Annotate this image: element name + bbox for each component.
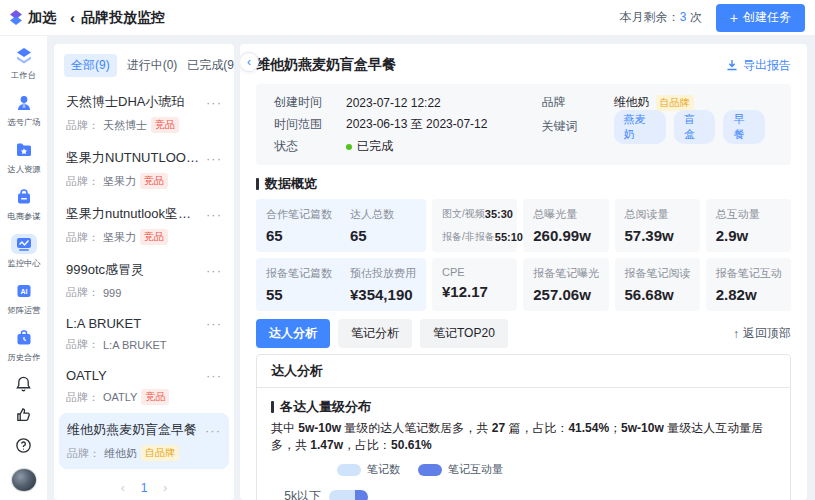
next-page-icon[interactable]: › [163, 481, 167, 495]
analysis-tabs: 达人分析 笔记分析 笔记TOP20 ↑返回顶部 [256, 319, 791, 348]
overview-section-header: 数据概览 [256, 175, 791, 193]
keyword-tag: 燕麦奶 [614, 110, 666, 144]
export-report-button[interactable]: 导出报告 [726, 57, 791, 74]
keyword-tag: 早餐 [723, 110, 765, 144]
collapse-panel-icon[interactable]: ‹ [240, 52, 259, 72]
task-item[interactable]: OATLY··· 品牌：OATLY竞品 [54, 360, 234, 413]
more-icon[interactable]: ··· [201, 423, 221, 438]
task-item[interactable]: L:A BRUKET··· 品牌：L:A BRUKET [54, 308, 234, 360]
own-brand-badge: 自品牌 [141, 445, 179, 461]
notification-bell-icon[interactable] [15, 375, 32, 392]
top-bar: 加选 ‹ 品牌投放监控 本月剩余：3 次 + 创建任务 [0, 0, 815, 36]
back-to-top-button[interactable]: ↑返回顶部 [733, 325, 791, 342]
task-info-box: 创建时间2023-07-12 12:22 时间范围2023-06-13 至 20… [256, 84, 791, 165]
time-range: 2023-06-13 至 2023-07-12 [346, 116, 487, 133]
distribution-summary: 其中 5w-10w 量级的达人笔记数居多，共 27 篇，占比：41.54%；5w… [271, 420, 776, 454]
page-title: 品牌投放监控 [81, 9, 165, 27]
monitor-center-icon [11, 234, 37, 254]
stat-card: 总曝光量260.99w [523, 199, 608, 252]
task-item-selected[interactable]: 维他奶燕麦奶盲盒早餐··· 品牌：维他奶自品牌 [59, 413, 229, 469]
stat-card: 报备笔记阅读56.68w [615, 258, 700, 311]
svg-text:AI: AI [20, 288, 27, 295]
sidebar-item-workbench[interactable]: 工作台 [10, 46, 37, 82]
task-item[interactable]: 坚果力NUTNUTLOOK坚果力...··· 品牌：坚果力竞品 [54, 141, 234, 197]
stat-card-ratio: 图文/视频35:30 报备/非报备55:10 [432, 199, 517, 252]
user-avatar[interactable] [11, 468, 37, 492]
notes-bar [329, 490, 355, 500]
sidebar-item-ecommerce-advisor[interactable]: 电商参谋 [6, 187, 42, 223]
more-icon[interactable]: ··· [202, 95, 222, 110]
sidebar-item-history-cooperation[interactable]: 历史合作 [6, 328, 42, 364]
talent-level-bar-chart: 5k以下 5k-1w 1w-5w [271, 485, 776, 500]
stat-card: 总阅读量57.39w [615, 199, 700, 252]
sidebar: 工作台 选号广场 达人资源 电商参谋 监控中心 AI 矩阵运营 历史合作 [0, 36, 48, 500]
logo-icon [8, 10, 24, 26]
distribution-section-header: 各达人量级分布 [271, 398, 776, 416]
more-icon[interactable]: ··· [202, 316, 222, 331]
stat-card: 合作笔记篇数65 达人总数65 [256, 199, 426, 252]
back-chevron-icon[interactable]: ‹ [70, 9, 75, 26]
task-list-tabs: 全部(9) 进行中(0) 已完成(9) [54, 44, 234, 85]
help-icon[interactable] [15, 437, 32, 454]
app-logo[interactable]: 加选 [0, 9, 56, 27]
task-item[interactable]: 天然博士DHA小琥珀··· 品牌：天然博士竞品 [54, 85, 234, 141]
workbench-icon [11, 46, 37, 66]
stat-card: 报备笔记曝光257.06w [523, 258, 608, 311]
legend-notes-swatch [337, 464, 361, 476]
prev-page-icon[interactable]: ‹ [121, 481, 125, 495]
task-title: 维他奶燕麦奶盲盒早餐 [256, 56, 396, 74]
ecommerce-advisor-icon [11, 187, 37, 207]
tab-in-progress[interactable]: 进行中(0) [127, 57, 178, 74]
stat-card: CPE¥12.17 [432, 258, 517, 311]
stat-card: 报备笔记互动2.82w [706, 258, 791, 311]
chart-row: 5k以下 [271, 485, 776, 500]
stats-row-1: 合作笔记篇数65 达人总数65 图文/视频35:30 报备/非报备55:10 总… [256, 199, 791, 252]
interaction-bar [355, 490, 368, 500]
analysis-card-title: 达人分析 [257, 355, 790, 388]
tab-note-analysis[interactable]: 笔记分析 [338, 319, 412, 348]
sidebar-item-selection-plaza[interactable]: 选号广场 [6, 93, 42, 129]
stats-row-2: 报备笔记篇数55 预估投放费用¥354,190 CPE¥12.17 报备笔记曝光… [256, 258, 791, 311]
sidebar-item-talent-resource[interactable]: 达人资源 [6, 140, 42, 176]
more-icon[interactable]: ··· [202, 151, 222, 166]
stat-card: 报备笔记篇数55 预估投放费用¥354,190 [256, 258, 426, 311]
legend-interaction-swatch [418, 464, 442, 476]
selection-plaza-icon [11, 93, 37, 113]
sidebar-item-monitor-center[interactable]: 监控中心 [6, 234, 42, 270]
more-icon[interactable]: ··· [202, 263, 222, 278]
pagination: ‹ 1 › [54, 469, 234, 500]
created-time: 2023-07-12 12:22 [346, 96, 441, 110]
status-badge: 已完成 [346, 138, 393, 155]
brand-name: 维他奶 [614, 94, 650, 111]
logo-text: 加选 [28, 9, 56, 27]
download-icon [726, 59, 738, 71]
competitor-badge: 竞品 [140, 173, 168, 189]
competitor-badge: 竞品 [140, 229, 168, 245]
matrix-ai-icon: AI [11, 281, 37, 301]
detail-panel: ‹ 维他奶燕麦奶盲盒早餐 导出报告 创建时间2023-07-12 12:22 时… [240, 44, 807, 500]
talent-analysis-card: 达人分析 各达人量级分布 其中 5w-10w 量级的达人笔记数居多，共 27 篇… [256, 354, 791, 500]
tab-completed[interactable]: 已完成(9) [187, 57, 234, 74]
monthly-quota: 本月剩余：3 次 [620, 9, 702, 26]
tab-all[interactable]: 全部(9) [64, 54, 117, 77]
more-icon[interactable]: ··· [202, 368, 222, 383]
competitor-badge: 竞品 [151, 117, 179, 133]
tab-talent-analysis[interactable]: 达人分析 [256, 319, 330, 348]
page-number[interactable]: 1 [141, 481, 148, 495]
chart-legend: 笔记数 笔记互动量 [337, 462, 776, 477]
breadcrumb: ‹ 品牌投放监控 [70, 9, 165, 27]
stat-card: 总互动量2.9w [706, 199, 791, 252]
talent-resource-icon [11, 140, 37, 160]
create-task-button[interactable]: + 创建任务 [716, 4, 805, 32]
history-coop-icon [11, 328, 37, 348]
task-item[interactable]: 999otc感冒灵··· 品牌：999 [54, 253, 234, 308]
plus-icon: + [730, 11, 738, 25]
task-list-panel: 全部(9) 进行中(0) 已完成(9) 天然博士DHA小琥珀··· 品牌：天然博… [54, 44, 234, 500]
competitor-badge: 竞品 [141, 389, 169, 405]
feedback-icon[interactable] [15, 406, 32, 423]
sidebar-item-matrix-operation[interactable]: AI 矩阵运营 [6, 281, 42, 317]
own-brand-badge: 自品牌 [656, 95, 694, 111]
task-item[interactable]: 坚果力nutnutlook坚果力··· 品牌：坚果力竞品 [54, 197, 234, 253]
tab-note-top20[interactable]: 笔记TOP20 [420, 319, 508, 348]
more-icon[interactable]: ··· [202, 207, 222, 222]
